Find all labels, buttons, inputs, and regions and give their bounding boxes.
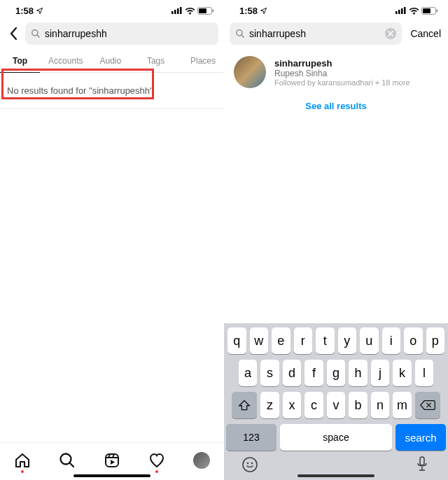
key-i[interactable]: i	[382, 327, 401, 354]
location-icon	[260, 7, 267, 15]
nav-activity[interactable]	[147, 451, 167, 470]
key-r[interactable]: r	[294, 327, 313, 354]
dictation-button[interactable]	[414, 456, 430, 473]
search-field[interactable]	[25, 22, 218, 45]
svg-rect-0	[172, 11, 174, 14]
phone-left: 1:58 Top Accou	[0, 0, 224, 480]
key-j[interactable]: j	[371, 360, 390, 386]
svg-rect-15	[396, 11, 398, 14]
search-row: Cancel	[224, 18, 448, 49]
svg-rect-1	[174, 10, 176, 14]
search-input[interactable]	[45, 28, 213, 39]
no-results-text: No results found for "sinharrupeshh"	[0, 73, 224, 109]
keyboard: q w e r t y u i o p a s d f g h j k l z	[224, 323, 448, 480]
home-indicator[interactable]	[298, 474, 374, 477]
wifi-icon	[185, 7, 195, 15]
nav-home[interactable]	[13, 451, 32, 470]
svg-rect-27	[420, 457, 424, 465]
key-y[interactable]: y	[338, 327, 357, 354]
key-z[interactable]: z	[260, 392, 279, 418]
nav-search[interactable]	[57, 451, 77, 470]
key-f[interactable]: f	[304, 360, 323, 386]
avatar	[193, 452, 210, 469]
tab-accounts[interactable]: Accounts	[40, 49, 91, 72]
svg-line-23	[241, 35, 244, 38]
key-u[interactable]: u	[360, 327, 379, 354]
key-v[interactable]: v	[327, 392, 346, 418]
search-result-row[interactable]: sinharrupesh Rupesh Sinha Followed by ka…	[224, 49, 448, 95]
svg-rect-3	[180, 7, 182, 14]
svg-rect-11	[106, 454, 118, 467]
battery-icon	[197, 7, 214, 15]
search-icon	[31, 29, 41, 38]
badge-dot	[155, 470, 158, 473]
key-shift[interactable]	[232, 392, 257, 418]
key-space[interactable]: space	[280, 424, 392, 451]
key-d[interactable]: d	[283, 360, 302, 386]
svg-rect-6	[213, 9, 214, 12]
svg-point-24	[243, 458, 257, 472]
key-h[interactable]: h	[349, 360, 368, 386]
key-q[interactable]: q	[227, 327, 246, 354]
tab-places[interactable]: Places	[182, 49, 224, 72]
home-indicator[interactable]	[74, 474, 150, 477]
nav-profile[interactable]	[192, 451, 211, 470]
badge-dot	[21, 470, 24, 473]
back-button[interactable]	[6, 23, 21, 44]
search-input[interactable]	[249, 28, 381, 39]
key-w[interactable]: w	[250, 327, 269, 354]
avatar	[234, 56, 266, 88]
svg-rect-16	[398, 10, 400, 14]
status-time: 1:58	[239, 6, 258, 16]
status-time: 1:58	[15, 6, 34, 16]
result-username: sinharrupesh	[274, 58, 410, 69]
emoji-button[interactable]	[241, 456, 258, 473]
wifi-icon	[409, 7, 419, 15]
svg-rect-18	[404, 7, 406, 14]
svg-line-8	[37, 35, 40, 38]
phone-right: 1:58 Cancel sinharrupesh Rupesh Sinha	[224, 0, 448, 480]
status-bar: 1:58	[224, 0, 448, 18]
svg-rect-21	[437, 9, 438, 12]
status-bar: 1:58	[0, 0, 224, 18]
clear-button[interactable]	[385, 28, 396, 39]
tab-tags[interactable]: Tags	[139, 49, 173, 72]
key-l[interactable]: l	[415, 360, 434, 386]
svg-rect-2	[177, 8, 179, 14]
key-k[interactable]: k	[393, 360, 412, 386]
key-n[interactable]: n	[371, 392, 390, 418]
tab-audio[interactable]: Audio	[91, 49, 130, 72]
key-b[interactable]: b	[349, 392, 368, 418]
svg-line-10	[70, 463, 74, 467]
search-field[interactable]	[230, 22, 402, 45]
tab-top[interactable]: Top	[0, 49, 40, 73]
key-x[interactable]: x	[283, 392, 302, 418]
svg-rect-20	[423, 8, 430, 13]
svg-rect-17	[401, 8, 403, 14]
key-t[interactable]: t	[316, 327, 335, 354]
cellular-icon	[172, 7, 183, 14]
key-m[interactable]: m	[393, 392, 412, 418]
key-search[interactable]: search	[396, 424, 446, 451]
key-123[interactable]: 123	[226, 424, 276, 451]
key-s[interactable]: s	[260, 360, 279, 386]
key-a[interactable]: a	[239, 360, 258, 386]
svg-point-25	[247, 463, 249, 465]
key-p[interactable]: p	[426, 327, 445, 354]
battery-icon	[421, 7, 438, 15]
location-icon	[36, 7, 43, 15]
key-c[interactable]: c	[304, 392, 323, 418]
cancel-button[interactable]: Cancel	[406, 28, 442, 39]
key-backspace[interactable]	[415, 392, 440, 418]
key-o[interactable]: o	[404, 327, 423, 354]
key-g[interactable]: g	[327, 360, 346, 386]
key-e[interactable]: e	[272, 327, 290, 354]
see-all-results[interactable]: See all results	[224, 95, 448, 120]
search-row	[0, 18, 224, 49]
result-followed-by: Followed by karansumadhari + 18 more	[274, 78, 410, 87]
nav-reels[interactable]	[102, 451, 122, 470]
search-icon	[235, 29, 245, 38]
result-name: Rupesh Sinha	[274, 69, 410, 78]
svg-rect-5	[199, 8, 206, 13]
search-tabs: Top Accounts Audio Tags Places	[0, 49, 224, 73]
